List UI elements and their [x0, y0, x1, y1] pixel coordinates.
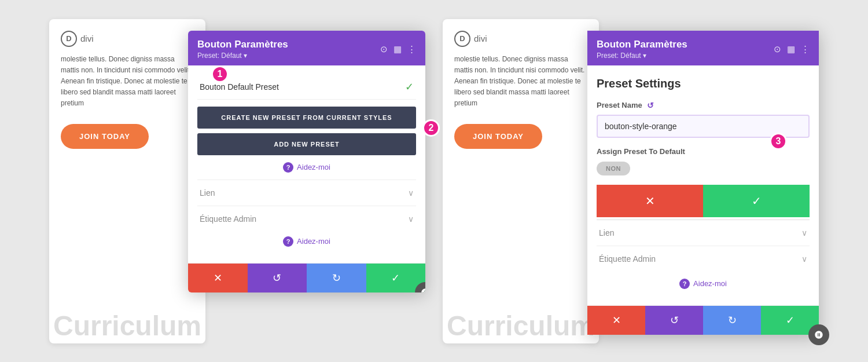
left-modal-header-left: Bouton Paramètres Preset: Défaut ▾: [197, 39, 288, 60]
right-grid-icon[interactable]: ▦: [787, 44, 795, 54]
left-etiquette-chevron: ∨: [408, 214, 414, 224]
left-help-link[interactable]: ? Aidez-moi: [197, 162, 416, 173]
left-page-bg: D divi molestie tellus. Donec digniss ma…: [49, 19, 205, 343]
left-etiquette-label: Étiquette Admin: [200, 214, 256, 224]
right-modal-header: Bouton Paramètres Preset: Défaut ▾ ⊙ ▦ ⋮: [587, 31, 819, 65]
right-page-bg: D divi molestie tellus. Donec digniss ma…: [443, 19, 599, 343]
grid-icon[interactable]: ▦: [393, 44, 402, 54]
left-footer-cancel[interactable]: ✕: [188, 264, 248, 292]
left-logo: D divi: [61, 31, 194, 47]
left-curriculum-text: Curriculum: [49, 309, 205, 343]
left-lien-chevron: ∨: [408, 188, 414, 198]
right-join-button[interactable]: JOIN TODAY: [454, 124, 542, 149]
assign-toggle[interactable]: NON: [597, 162, 630, 175]
right-etiquette-chevron: ∨: [801, 254, 807, 264]
left-lien-label: Lien: [200, 188, 215, 198]
left-help-text: Aidez-moi: [297, 163, 330, 171]
left-help-icon-bottom: ?: [283, 236, 293, 247]
left-help-link-bottom[interactable]: ? Aidez-moi: [197, 236, 416, 247]
left-modal-header-right: ⊙ ▦ ⋮: [380, 44, 416, 54]
create-preset-button[interactable]: CREATE NEW PRESET FROM CURRENT STYLES: [197, 107, 416, 129]
right-modal-panel: Bouton Paramètres Preset: Défaut ▾ ⊙ ▦ ⋮…: [587, 31, 819, 335]
right-lien-label: Lien: [599, 228, 614, 237]
preset-name-reset-icon[interactable]: ↺: [647, 101, 654, 110]
restore-icon[interactable]: ⊙: [380, 44, 388, 54]
settings-title: Preset Settings: [597, 77, 810, 90]
add-preset-button[interactable]: ADD NEW PRESET: [197, 133, 416, 155]
settings-confirm-button[interactable]: ✓: [703, 185, 810, 217]
preset-name-label: Preset Name ↺: [597, 101, 810, 110]
left-modal-body: Bouton Default Preset ✓ CREATE NEW PRESE…: [188, 65, 425, 263]
left-footer-redo[interactable]: ↻: [307, 264, 366, 292]
right-etiquette-label: Étiquette Admin: [599, 254, 656, 264]
left-preset-name: Bouton Default Preset: [200, 82, 279, 92]
right-restore-icon[interactable]: ⊙: [774, 44, 781, 54]
left-footer-undo[interactable]: ↺: [248, 264, 307, 292]
right-footer-redo[interactable]: ↻: [703, 306, 761, 335]
right-help-text: Aidez-moi: [693, 279, 727, 288]
left-modal-footer-wrap: ✕ ↺ ↻ ✓: [188, 263, 425, 292]
left-logo-circle: D: [61, 31, 77, 47]
badge-2: 2: [422, 119, 440, 137]
right-accordion-lien[interactable]: Lien ∨: [597, 220, 810, 246]
right-lien-chevron: ∨: [801, 228, 807, 237]
right-modal-title: Bouton Paramètres: [597, 39, 687, 50]
right-modal-footer: ✕ ↺ ↻ ✓: [587, 305, 819, 335]
left-preset-check: ✓: [405, 81, 414, 93]
left-logo-name: divi: [80, 34, 94, 43]
right-dots-icon[interactable]: ⋮: [801, 44, 810, 54]
right-help-icon: ?: [679, 279, 690, 289]
right-settings-footer: ✕ ✓: [597, 185, 810, 217]
right-settings-body: Preset Settings Preset Name ↺ Assign Pre…: [587, 65, 819, 305]
left-join-button[interactable]: JOIN TODAY: [61, 124, 149, 149]
right-text-block: molestie tellus. Donec digniss massa mat…: [454, 54, 587, 109]
settings-cancel-button[interactable]: ✕: [597, 185, 703, 217]
right-dot-button[interactable]: [808, 324, 829, 345]
right-preset-label[interactable]: Preset: Défaut ▾: [597, 52, 687, 60]
left-modal-footer: ✕ ↺ ↻ ✓: [188, 263, 425, 292]
right-modal-footer-wrap: ✕ ↺ ↻ ✓: [587, 305, 819, 335]
left-help-icon: ?: [283, 162, 293, 173]
left-accordion-etiquette[interactable]: Étiquette Admin ∨: [197, 206, 416, 232]
badge-3: 3: [770, 133, 787, 150]
right-accordion-etiquette[interactable]: Étiquette Admin ∨: [597, 246, 810, 272]
left-accordion-lien[interactable]: Lien ∨: [197, 180, 416, 206]
right-help-link[interactable]: ? Aidez-moi: [597, 279, 810, 289]
left-help-text-bottom: Aidez-moi: [297, 237, 330, 246]
right-modal-header-right: ⊙ ▦ ⋮: [774, 44, 810, 54]
right-logo: D divi: [454, 31, 587, 47]
right-curriculum-text: Curriculum: [443, 309, 599, 343]
dots-icon[interactable]: ⋮: [407, 44, 416, 54]
toggle-wrap: NON: [597, 162, 810, 175]
left-modal-title: Bouton Paramètres: [197, 39, 288, 50]
right-footer-cancel[interactable]: ✕: [587, 306, 645, 335]
badge-1: 1: [211, 65, 229, 83]
left-preset-label[interactable]: Preset: Défaut ▾: [197, 52, 288, 60]
right-logo-name: divi: [474, 34, 487, 43]
left-preset-item[interactable]: Bouton Default Preset ✓: [197, 75, 416, 100]
left-modal-header: Bouton Paramètres Preset: Défaut ▾ ⊙ ▦ ⋮: [188, 31, 425, 65]
right-footer-undo[interactable]: ↺: [645, 306, 703, 335]
left-text-block: molestie tellus. Donec digniss massa mat…: [61, 54, 194, 109]
right-modal-header-left: Bouton Paramètres Preset: Défaut ▾: [597, 39, 687, 60]
right-logo-circle: D: [454, 31, 470, 47]
